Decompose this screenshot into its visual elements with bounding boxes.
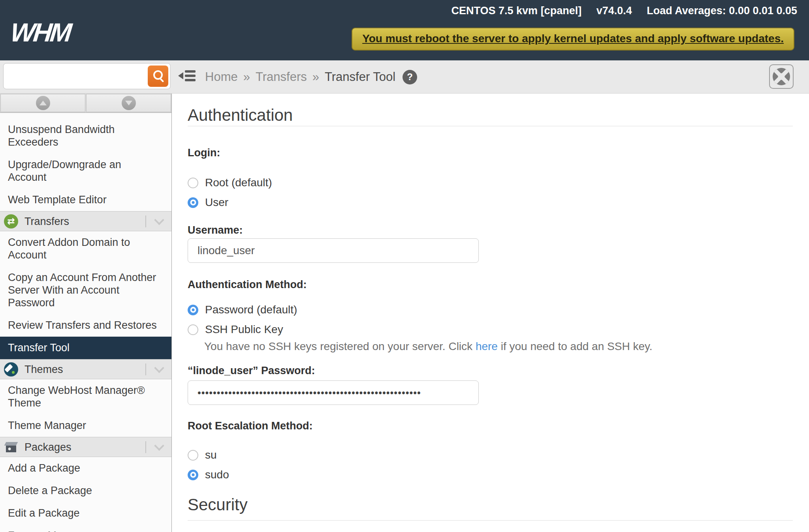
radio-label[interactable]: Root (default) <box>205 176 272 189</box>
password-input[interactable] <box>188 380 479 405</box>
sidebar-scroll-controls <box>0 94 171 113</box>
login-label: Login: <box>188 147 793 159</box>
sidebar-item-themes[interactable]: Themes <box>0 359 171 379</box>
divider <box>145 215 146 227</box>
radio-label[interactable]: sudo <box>205 468 229 481</box>
sidebar-item-label: Transfer Tool <box>8 342 70 354</box>
sidebar-item-delete-a-package[interactable]: Delete a Package <box>0 480 171 502</box>
hamburger-icon <box>185 70 196 81</box>
sidebar-item-upgrade-downgrade-an-account[interactable]: Upgrade/Downgrade an Account <box>0 154 171 189</box>
reboot-warning-banner[interactable]: You must reboot the server to apply kern… <box>352 28 794 51</box>
collapse-sidebar-icon[interactable] <box>178 70 196 81</box>
escalation-option-su: su <box>188 445 793 465</box>
whm-page: WHM CENTOS 7.5 kvm [cpanel] v74.0.4 Load… <box>0 0 809 532</box>
auth-method-radio-group: Password (default) SSH Public Key <box>188 300 793 339</box>
packages-icon <box>4 440 18 454</box>
sidebar-item-label: Add a Package <box>8 462 80 474</box>
radio-label[interactable]: su <box>205 449 217 461</box>
sidebar-item-label: Change WebHost Manager® Theme <box>8 384 145 409</box>
ssh-key-here-link[interactable]: here <box>476 340 498 352</box>
sidebar-item-label: Themes <box>24 363 63 376</box>
server-os: CENTOS 7.5 kvm [cpanel] <box>452 5 582 17</box>
help-icon[interactable]: ? <box>403 70 417 84</box>
auth-method-label: Authentication Method: <box>188 279 793 290</box>
auth-password-radio[interactable] <box>188 305 198 315</box>
login-root-radio[interactable] <box>188 178 198 188</box>
top-header: WHM CENTOS 7.5 kvm [cpanel] v74.0.4 Load… <box>0 0 809 60</box>
sidebar-scroll-up-button[interactable] <box>0 94 85 112</box>
arrow-up-icon <box>40 101 47 105</box>
sidebar-item-label: Convert Addon Domain to Account <box>8 236 130 261</box>
sidebar-item-web-template-editor[interactable]: Web Template Editor <box>0 189 171 211</box>
sidebar-item-label: Review Transfers and Restores <box>8 319 157 331</box>
auth-option-sshkey: SSH Public Key <box>188 320 793 339</box>
main-content: Authentication Login: Root (default) Use… <box>172 94 809 532</box>
breadcrumb-current: Transfer Tool <box>325 70 395 84</box>
sidebar: Unsuspend Bandwidth Exceeders Upgrade/Do… <box>0 94 172 532</box>
chevron-down-icon[interactable] <box>154 440 164 450</box>
escalation-option-sudo: sudo <box>188 465 793 485</box>
breadcrumb-home[interactable]: Home <box>205 70 238 84</box>
breadcrumb-transfers[interactable]: Transfers <box>256 70 307 84</box>
login-user-radio[interactable] <box>188 197 198 208</box>
breadcrumb-separator: » <box>243 70 250 84</box>
radio-label[interactable]: Password (default) <box>205 303 297 316</box>
sidebar-scroll-down-button[interactable] <box>86 94 171 112</box>
sidebar-item-convert-addon-domain-to-account[interactable]: Convert Addon Domain to Account <box>0 231 171 266</box>
sidebar-item-label: Unsuspend Bandwidth Exceeders <box>8 124 115 148</box>
breadcrumb: Home » Transfers » Transfer Tool ? <box>205 60 417 94</box>
chevron-down-icon[interactable] <box>154 363 164 373</box>
sidebar-item-add-a-package[interactable]: Add a Package <box>0 457 171 480</box>
sidebar-item-packages[interactable]: Packages <box>0 437 171 457</box>
search-box <box>3 63 171 89</box>
sidebar-item-label: Upgrade/Downgrade an Account <box>8 159 121 183</box>
section-title-security: Security <box>188 496 793 521</box>
sidebar-item-unsuspend-bandwidth-exceeders[interactable]: Unsuspend Bandwidth Exceeders <box>0 118 171 154</box>
search-icon <box>153 70 163 80</box>
escalation-su-radio[interactable] <box>188 450 198 461</box>
escalation-sudo-radio[interactable] <box>188 470 198 480</box>
sidebar-item-label: Packages <box>24 441 71 453</box>
escalation-radio-group: su sudo <box>188 445 793 485</box>
auth-option-password: Password (default) <box>188 300 793 320</box>
sidebar-item-edit-a-package[interactable]: Edit a Package <box>0 502 171 525</box>
auth-sshkey-radio[interactable] <box>188 324 198 335</box>
sidebar-item-transfers[interactable]: Transfers <box>0 211 171 231</box>
server-info: CENTOS 7.5 kvm [cpanel] v74.0.4 Load Ave… <box>452 5 797 17</box>
load-averages: Load Averages: 0.00 0.01 0.05 <box>647 5 797 17</box>
arrow-down-icon <box>125 101 132 105</box>
ssh-key-note: You have no SSH keys registered on your … <box>204 339 793 354</box>
radio-label[interactable]: SSH Public Key <box>205 323 283 336</box>
radio-label[interactable]: User <box>205 196 228 209</box>
sidebar-item-review-transfers-and-restores[interactable]: Review Transfers and Restores <box>0 314 171 337</box>
search-input[interactable] <box>8 64 143 88</box>
transfers-icon <box>4 214 18 229</box>
sidebar-item-theme-manager[interactable]: Theme Manager <box>0 414 171 437</box>
life-ring-icon <box>773 68 790 85</box>
username-label: Username: <box>188 224 793 236</box>
ssh-note-text: if you need to add an SSH key. <box>498 340 653 352</box>
login-radio-group: Root (default) User <box>188 173 793 212</box>
chevron-down-icon[interactable] <box>154 215 164 225</box>
themes-icon <box>4 362 18 377</box>
arrow-left-icon <box>178 72 183 79</box>
whm-logo[interactable]: WHM <box>9 17 71 47</box>
divider <box>145 441 146 453</box>
sidebar-item-label: Feature Manager <box>8 530 90 532</box>
password-label: “linode_user” Password: <box>188 364 793 377</box>
server-version: v74.0.4 <box>596 5 632 17</box>
escalation-label: Root Escalation Method: <box>188 420 793 432</box>
sidebar-item-copy-an-account-from-another-server-with-an-account-password[interactable]: Copy an Account From Another Server With… <box>0 266 171 314</box>
sidebar-item-feature-manager[interactable]: Feature Manager <box>0 525 171 532</box>
section-title-authentication: Authentication <box>188 107 793 126</box>
support-button[interactable] <box>769 64 794 89</box>
search-button[interactable] <box>148 66 168 87</box>
sidebar-item-label: Delete a Package <box>8 485 92 496</box>
toolbar: Home » Transfers » Transfer Tool ? <box>0 60 809 94</box>
login-option-user: User <box>188 193 793 212</box>
sidebar-item-label: Edit a Package <box>8 507 80 519</box>
sidebar-item-change-webhost-manager-theme[interactable]: Change WebHost Manager® Theme <box>0 379 171 414</box>
sidebar-item-transfer-tool[interactable]: Transfer Tool <box>0 337 171 359</box>
sidebar-item-label: Web Template Editor <box>8 194 107 206</box>
username-input[interactable] <box>188 238 479 263</box>
